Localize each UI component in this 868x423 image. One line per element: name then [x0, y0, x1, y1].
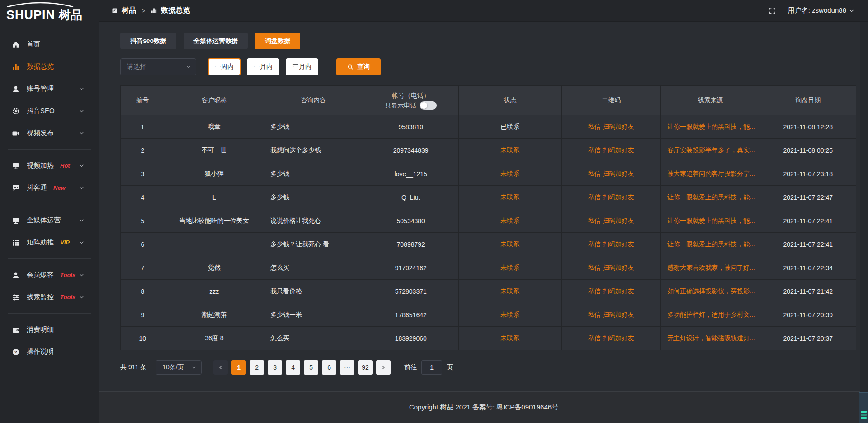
monitor-icon — [12, 216, 20, 225]
sidebar-item-label: 抖客通 — [27, 183, 47, 192]
page-5[interactable]: 5 — [304, 360, 318, 375]
page-ellipsis[interactable]: ··· — [340, 360, 354, 375]
cell-source[interactable]: 被大家追着问的客厅投影分享... — [661, 162, 760, 185]
range-quarter[interactable]: 三月内 — [286, 58, 318, 75]
cell-source[interactable]: 多功能护栏灯，适用于乡村文... — [661, 303, 760, 326]
sidebar-item-account-management[interactable]: 账号管理 — [0, 78, 99, 100]
column-header-qr: 二维码 — [562, 86, 661, 115]
cell-content: 怎么买 — [264, 256, 363, 279]
sidebar-item-member-baoke[interactable]: 会员爆客Tools — [0, 264, 99, 286]
cell-qr[interactable]: 私信 扫码加好友 — [562, 280, 661, 303]
cell-nickname — [165, 233, 264, 256]
table-header-row: 编号客户昵称咨询内容帐号（电话）只显示电话状态二维码线索来源询盘日期 — [121, 86, 856, 115]
table-row: 6多少钱？让我死心 看70898792未联系私信 扫码加好友让你一眼就爱上的黑科… — [121, 232, 856, 256]
page-2[interactable]: 2 — [250, 360, 264, 375]
wallet-icon — [12, 326, 20, 334]
breadcrumb-root[interactable]: 树品 — [122, 6, 136, 15]
floating-widget[interactable] — [859, 392, 868, 423]
grid-icon — [12, 239, 20, 247]
sidebar-item-home[interactable]: 首页 — [0, 33, 99, 56]
sidebar-item-operation-guide[interactable]: ?操作说明 — [0, 341, 99, 363]
cell-content: 说说价格让我死心 — [264, 209, 363, 232]
sidebar-item-omnimedia-operation[interactable]: 全媒体运营 — [0, 209, 99, 231]
table-row: 7觉然怎么买917024162未联系私信 扫码加好友感谢大家喜欢我家，被问了好.… — [121, 256, 856, 279]
cell-source[interactable]: 让你一眼就爱上的黑科技，能... — [661, 233, 760, 256]
sidebar-item-label: 视频加热 — [27, 161, 54, 170]
cell-nickname: 不可一世 — [165, 139, 264, 162]
cell-qr[interactable]: 私信 扫码加好友 — [562, 115, 661, 138]
sidebar-item-douketong[interactable]: 抖客通New — [0, 177, 99, 199]
svg-text:?: ? — [14, 349, 17, 354]
prev-page-button[interactable] — [213, 360, 228, 375]
cell-account: Q_Liu. — [363, 186, 459, 209]
table-row: 3狐小狸多少钱love__1215未联系私信 扫码加好友被大家追着问的客厅投影分… — [121, 162, 856, 185]
sidebar-item-video-publish[interactable]: 视频发布 — [0, 122, 99, 144]
page-92[interactable]: 92 — [358, 360, 373, 375]
cell-source[interactable]: 让你一眼就爱上的黑科技，能... — [661, 209, 760, 232]
table-row: 2不可一世我想问这个多少钱2097344839未联系私信 扫码加好友客厅安装投影… — [121, 138, 856, 162]
cell-qr[interactable]: 私信 扫码加好友 — [562, 233, 661, 256]
cell-source[interactable]: 无主灯设计，智能磁吸轨道灯... — [661, 327, 760, 350]
cell-qr[interactable]: 私信 扫码加好友 — [562, 209, 661, 232]
user-menu[interactable]: 用户名: zswodun88 — [788, 6, 854, 15]
pagination: 共 911 条 10条/页 123456···92 前往 1 页 — [120, 360, 856, 375]
breadcrumb: 树品 > 数据总览 — [111, 6, 190, 15]
cell-nickname: 当地比较能吃的一位美女 — [165, 209, 264, 232]
sidebar-item-video-heat[interactable]: 视频加热Hot — [0, 155, 99, 177]
cell-source[interactable]: 让你一眼就爱上的黑科技，能... — [661, 115, 760, 138]
cell-account: 572803371 — [363, 280, 459, 303]
filter-bar: 请选择 一周内一月内三月内 查询 — [120, 58, 856, 75]
cell-date: 2021-11-07 21:42 — [760, 280, 856, 303]
cell-no: 1 — [121, 115, 165, 138]
page-3[interactable]: 3 — [268, 360, 282, 375]
cell-source[interactable]: 感谢大家喜欢我家，被问了好... — [661, 256, 760, 279]
tab-inquiry-data[interactable]: 询盘数据 — [255, 33, 300, 49]
cell-qr[interactable]: 私信 扫码加好友 — [562, 139, 661, 162]
range-week[interactable]: 一周内 — [208, 58, 241, 75]
sidebar-item-label: 消费明细 — [27, 325, 54, 334]
chevron-down-icon — [79, 294, 85, 300]
inquiry-table: 编号客户昵称咨询内容帐号（电话）只显示电话状态二维码线索来源询盘日期1哦章多少钱… — [120, 85, 856, 350]
next-page-button[interactable] — [376, 360, 391, 375]
cell-qr[interactable]: 私信 扫码加好友 — [562, 327, 661, 350]
cell-account: love__1215 — [363, 162, 459, 185]
cell-no: 2 — [121, 139, 165, 162]
sidebar-item-matrix-boost[interactable]: 矩阵助推VIP — [0, 231, 99, 254]
cell-source[interactable]: 客厅安装投影半年多了，真实... — [661, 139, 760, 162]
tab-douyin-seo-data[interactable]: 抖音seo数据 — [120, 33, 176, 49]
cell-source[interactable]: 如何正确选择投影仪，买投影... — [661, 280, 760, 303]
pagination-total: 共 911 条 — [120, 363, 146, 371]
tab-omnimedia-operation-data[interactable]: 全媒体运营数据 — [184, 33, 248, 49]
sidebar-item-data-overview[interactable]: 数据总览 — [0, 56, 99, 78]
column-header-account: 帐号（电话）只显示电话 — [363, 86, 459, 115]
column-header-label: 帐号（电话） — [392, 90, 430, 100]
cell-status: 未联系 — [459, 327, 562, 350]
phone-only-toggle[interactable] — [420, 101, 437, 110]
page-1[interactable]: 1 — [231, 360, 246, 375]
range-month[interactable]: 一月内 — [247, 58, 279, 75]
bar-chart-icon — [151, 7, 157, 14]
sidebar-item-clue-monitor[interactable]: 线索监控Tools — [0, 286, 99, 308]
scrollbar-track[interactable] — [860, 22, 868, 423]
chevron-down-icon — [849, 8, 854, 14]
phone-only-toggle-row: 只显示电话 — [385, 100, 437, 110]
content-area: 抖音seo数据全媒体运营数据询盘数据 请选择 一周内一月内三月内 查询 编号客户… — [99, 22, 868, 391]
cell-source[interactable]: 让你一眼就爱上的黑科技，能... — [661, 186, 760, 209]
filter-select[interactable]: 请选择 — [120, 58, 196, 75]
column-header-date: 询盘日期 — [760, 86, 856, 115]
column-header-source: 线索来源 — [661, 86, 760, 115]
cell-account: 183929060 — [363, 327, 459, 350]
sidebar-item-douyin-seo[interactable]: 抖音SEO — [0, 100, 99, 122]
cell-qr[interactable]: 私信 扫码加好友 — [562, 303, 661, 326]
cell-qr[interactable]: 私信 扫码加好友 — [562, 186, 661, 209]
page-6[interactable]: 6 — [322, 360, 336, 375]
sidebar-item-consumption-detail[interactable]: 消费明细 — [0, 319, 99, 341]
page-4[interactable]: 4 — [286, 360, 300, 375]
cell-qr[interactable]: 私信 扫码加好友 — [562, 162, 661, 185]
page-size-select[interactable]: 10条/页 — [156, 360, 202, 375]
goto-page-input[interactable]: 1 — [421, 360, 442, 375]
fullscreen-icon[interactable] — [769, 7, 776, 14]
query-button[interactable]: 查询 — [336, 58, 381, 75]
cell-qr[interactable]: 私信 扫码加好友 — [562, 256, 661, 279]
sidebar: SHUPIN树品 首页数据总览账号管理抖音SEO视频发布视频加热Hot抖客通Ne… — [0, 0, 99, 423]
